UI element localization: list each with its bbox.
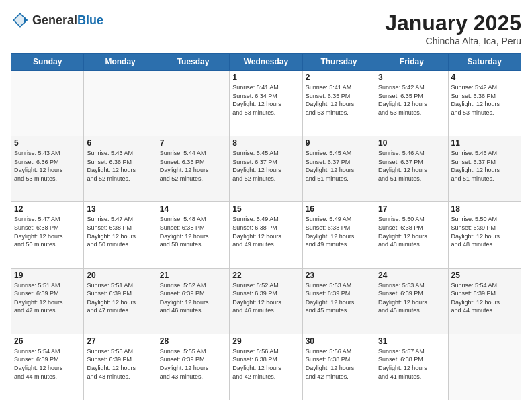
day-info: Sunrise: 5:50 AM Sunset: 6:38 PM Dayligh… [378,215,445,248]
day-info: Sunrise: 5:54 AM Sunset: 6:39 PM Dayligh… [451,281,518,315]
col-monday: Monday [84,54,157,71]
day-info: Sunrise: 5:51 AM Sunset: 6:39 PM Dayligh… [14,281,81,315]
col-friday: Friday [375,54,448,71]
day-number: 31 [378,336,445,346]
day-number: 20 [87,271,153,280]
table-row: 22Sunrise: 5:52 AM Sunset: 6:39 PM Dayli… [230,268,302,334]
table-row: 20Sunrise: 5:51 AM Sunset: 6:39 PM Dayli… [84,268,157,334]
day-info: Sunrise: 5:56 AM Sunset: 6:38 PM Dayligh… [306,347,372,381]
day-number: 26 [14,336,81,346]
logo: General Blue [11,11,103,30]
table-row: 17Sunrise: 5:50 AM Sunset: 6:38 PM Dayli… [375,202,448,268]
day-number: 13 [87,204,153,214]
day-info: Sunrise: 5:52 AM Sunset: 6:39 PM Dayligh… [232,281,299,315]
day-number: 15 [232,204,299,214]
day-number: 22 [232,271,299,280]
day-info: Sunrise: 5:45 AM Sunset: 6:37 PM Dayligh… [232,149,299,183]
day-number: 18 [451,204,518,214]
table-row [84,71,157,136]
day-info: Sunrise: 5:51 AM Sunset: 6:39 PM Dayligh… [87,281,153,315]
col-thursday: Thursday [302,54,375,71]
day-info: Sunrise: 5:49 AM Sunset: 6:38 PM Dayligh… [306,215,372,248]
table-row: 23Sunrise: 5:53 AM Sunset: 6:39 PM Dayli… [302,268,375,334]
day-info: Sunrise: 5:41 AM Sunset: 6:35 PM Dayligh… [306,83,372,117]
table-row: 16Sunrise: 5:49 AM Sunset: 6:38 PM Dayli… [302,202,375,268]
month-title: January 2025 [385,11,521,36]
day-info: Sunrise: 5:44 AM Sunset: 6:36 PM Dayligh… [160,149,226,183]
day-info: Sunrise: 5:41 AM Sunset: 6:34 PM Dayligh… [232,83,299,117]
day-info: Sunrise: 5:42 AM Sunset: 6:35 PM Dayligh… [378,83,445,117]
day-info: Sunrise: 5:50 AM Sunset: 6:39 PM Dayligh… [451,215,518,248]
logo-text: General Blue [32,14,103,26]
calendar-week-row: 1Sunrise: 5:41 AM Sunset: 6:34 PM Daylig… [11,71,521,136]
title-block: January 2025 Chincha Alta, Ica, Peru [385,11,521,46]
day-number: 7 [160,138,226,148]
day-number: 25 [451,271,518,280]
day-number: 24 [378,271,445,280]
table-row [11,71,84,136]
table-row: 31Sunrise: 5:57 AM Sunset: 6:38 PM Dayli… [375,334,448,400]
day-info: Sunrise: 5:49 AM Sunset: 6:38 PM Dayligh… [232,215,299,248]
day-number: 27 [87,336,153,346]
day-info: Sunrise: 5:47 AM Sunset: 6:38 PM Dayligh… [87,215,153,248]
table-row: 15Sunrise: 5:49 AM Sunset: 6:38 PM Dayli… [230,202,302,268]
table-row: 7Sunrise: 5:44 AM Sunset: 6:36 PM Daylig… [157,136,229,202]
day-number: 28 [160,336,226,346]
calendar-header-row: Sunday Monday Tuesday Wednesday Thursday… [11,54,521,71]
table-row: 3Sunrise: 5:42 AM Sunset: 6:35 PM Daylig… [375,71,448,136]
table-row: 2Sunrise: 5:41 AM Sunset: 6:35 PM Daylig… [302,71,375,136]
day-number: 4 [451,73,518,82]
day-number: 10 [378,138,445,148]
logo-blue: Blue [77,14,103,26]
day-number: 21 [160,271,226,280]
day-info: Sunrise: 5:53 AM Sunset: 6:39 PM Dayligh… [378,281,445,315]
logo-icon [11,11,30,30]
col-sunday: Sunday [11,54,84,71]
table-row: 21Sunrise: 5:52 AM Sunset: 6:39 PM Dayli… [157,268,229,334]
day-info: Sunrise: 5:52 AM Sunset: 6:39 PM Dayligh… [160,281,226,315]
calendar-week-row: 5Sunrise: 5:43 AM Sunset: 6:36 PM Daylig… [11,136,521,202]
day-number: 3 [378,73,445,82]
table-row: 26Sunrise: 5:54 AM Sunset: 6:39 PM Dayli… [11,334,84,400]
table-row: 30Sunrise: 5:56 AM Sunset: 6:38 PM Dayli… [302,334,375,400]
day-number: 14 [160,204,226,214]
table-row: 14Sunrise: 5:48 AM Sunset: 6:38 PM Dayli… [157,202,229,268]
day-number: 17 [378,204,445,214]
calendar-week-row: 12Sunrise: 5:47 AM Sunset: 6:38 PM Dayli… [11,202,521,268]
day-info: Sunrise: 5:56 AM Sunset: 6:38 PM Dayligh… [232,347,299,381]
day-number: 8 [232,138,299,148]
table-row: 13Sunrise: 5:47 AM Sunset: 6:38 PM Dayli… [84,202,157,268]
calendar-table: Sunday Monday Tuesday Wednesday Thursday… [11,53,521,400]
col-tuesday: Tuesday [157,54,229,71]
table-row: 12Sunrise: 5:47 AM Sunset: 6:38 PM Dayli… [11,202,84,268]
day-info: Sunrise: 5:45 AM Sunset: 6:37 PM Dayligh… [306,149,372,183]
day-info: Sunrise: 5:48 AM Sunset: 6:38 PM Dayligh… [160,215,226,248]
table-row: 19Sunrise: 5:51 AM Sunset: 6:39 PM Dayli… [11,268,84,334]
day-number: 12 [14,204,81,214]
table-row: 6Sunrise: 5:43 AM Sunset: 6:36 PM Daylig… [84,136,157,202]
table-row: 25Sunrise: 5:54 AM Sunset: 6:39 PM Dayli… [448,268,521,334]
calendar-week-row: 26Sunrise: 5:54 AM Sunset: 6:39 PM Dayli… [11,334,521,400]
table-row: 28Sunrise: 5:55 AM Sunset: 6:39 PM Dayli… [157,334,229,400]
day-info: Sunrise: 5:57 AM Sunset: 6:38 PM Dayligh… [378,347,445,381]
col-saturday: Saturday [448,54,521,71]
day-number: 19 [14,271,81,280]
table-row [448,334,521,400]
table-row: 1Sunrise: 5:41 AM Sunset: 6:34 PM Daylig… [230,71,302,136]
day-info: Sunrise: 5:46 AM Sunset: 6:37 PM Dayligh… [378,149,445,183]
day-number: 29 [232,336,299,346]
table-row [157,71,229,136]
day-number: 9 [306,138,372,148]
table-row: 8Sunrise: 5:45 AM Sunset: 6:37 PM Daylig… [230,136,302,202]
day-info: Sunrise: 5:47 AM Sunset: 6:38 PM Dayligh… [14,215,81,248]
table-row: 5Sunrise: 5:43 AM Sunset: 6:36 PM Daylig… [11,136,84,202]
day-info: Sunrise: 5:46 AM Sunset: 6:37 PM Dayligh… [451,149,518,183]
table-row: 10Sunrise: 5:46 AM Sunset: 6:37 PM Dayli… [375,136,448,202]
day-info: Sunrise: 5:42 AM Sunset: 6:36 PM Dayligh… [451,83,518,117]
table-row: 4Sunrise: 5:42 AM Sunset: 6:36 PM Daylig… [448,71,521,136]
calendar-week-row: 19Sunrise: 5:51 AM Sunset: 6:39 PM Dayli… [11,268,521,334]
day-info: Sunrise: 5:53 AM Sunset: 6:39 PM Dayligh… [306,281,372,315]
col-wednesday: Wednesday [230,54,302,71]
day-number: 16 [306,204,372,214]
table-row: 18Sunrise: 5:50 AM Sunset: 6:39 PM Dayli… [448,202,521,268]
